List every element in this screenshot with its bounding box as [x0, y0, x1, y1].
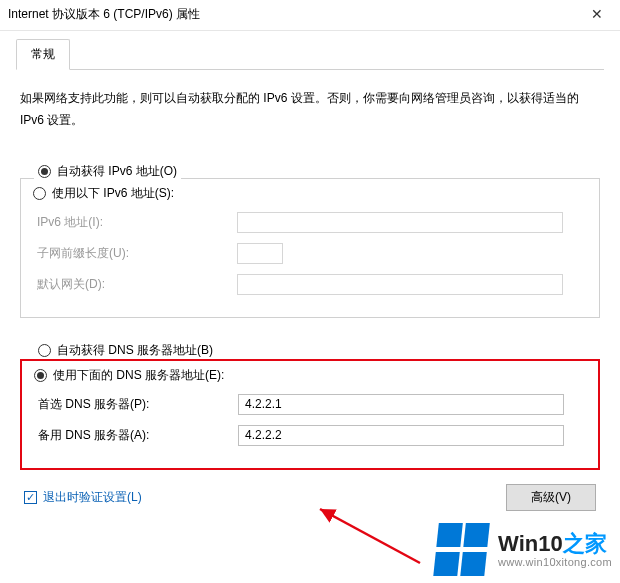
radio-icon [33, 187, 46, 200]
ip-address-row: IPv6 地址(I): [37, 212, 587, 233]
windows-logo-icon [433, 523, 493, 577]
watermark-brand-a: Win10 [498, 531, 563, 556]
dns-group: 使用下面的 DNS 服务器地址(E): 首选 DNS 服务器(P): 4.2.2… [20, 359, 600, 470]
radio-ip-auto-label: 自动获得 IPv6 地址(O) [57, 163, 177, 180]
checkbox-icon [24, 491, 37, 504]
radio-icon [38, 344, 51, 357]
tab-general[interactable]: 常规 [16, 39, 70, 70]
close-button[interactable]: ✕ [582, 4, 612, 24]
dns-alternate-label: 备用 DNS 服务器(A): [38, 427, 238, 444]
window-title: Internet 协议版本 6 (TCP/IPv6) 属性 [8, 6, 200, 23]
description-text: 如果网络支持此功能，则可以自动获取分配的 IPv6 设置。否则，你需要向网络管理… [20, 88, 600, 131]
dns-alternate-row: 备用 DNS 服务器(A): 4.2.2.2 [38, 425, 586, 446]
watermark-brand-b: 之家 [563, 531, 607, 556]
radio-ip-manual-label: 使用以下 IPv6 地址(S): [52, 185, 174, 202]
svg-line-0 [320, 509, 420, 563]
radio-dns-manual[interactable]: 使用下面的 DNS 服务器地址(E): [34, 367, 586, 384]
dns-alternate-input[interactable]: 4.2.2.2 [238, 425, 564, 446]
tab-strip: 常规 [16, 39, 604, 70]
watermark-text: Win10之家 www.win10xitong.com [498, 532, 612, 568]
ip-address-input [237, 212, 563, 233]
ip-prefix-input [237, 243, 283, 264]
radio-dns-auto-label: 自动获得 DNS 服务器地址(B) [57, 342, 213, 359]
advanced-button[interactable]: 高级(V) [506, 484, 596, 511]
ip-gateway-input [237, 274, 563, 295]
watermark-url: www.win10xitong.com [498, 556, 612, 568]
radio-dns-auto[interactable]: 自动获得 DNS 服务器地址(B) [34, 342, 217, 359]
radio-icon [38, 165, 51, 178]
titlebar: Internet 协议版本 6 (TCP/IPv6) 属性 ✕ [0, 0, 620, 31]
ip-group: 使用以下 IPv6 地址(S): IPv6 地址(I): 子网前缀长度(U): … [20, 178, 600, 318]
radio-icon [34, 369, 47, 382]
ip-prefix-row: 子网前缀长度(U): [37, 243, 587, 264]
validate-label: 退出时验证设置(L) [43, 489, 142, 506]
annotation-arrow [300, 505, 450, 565]
dns-preferred-input[interactable]: 4.2.2.1 [238, 394, 564, 415]
dns-preferred-row: 首选 DNS 服务器(P): 4.2.2.1 [38, 394, 586, 415]
content: 常规 如果网络支持此功能，则可以自动获取分配的 IPv6 设置。否则，你需要向网… [0, 31, 620, 511]
ip-address-label: IPv6 地址(I): [37, 214, 237, 231]
radio-dns-manual-label: 使用下面的 DNS 服务器地址(E): [53, 367, 224, 384]
close-icon: ✕ [591, 6, 603, 22]
radio-ip-auto[interactable]: 自动获得 IPv6 地址(O) [34, 163, 181, 180]
ip-prefix-label: 子网前缀长度(U): [37, 245, 237, 262]
footer: 退出时验证设置(L) 高级(V) [24, 484, 596, 511]
watermark: Win10之家 www.win10xitong.com [436, 523, 612, 577]
ip-gateway-label: 默认网关(D): [37, 276, 237, 293]
radio-ip-manual[interactable]: 使用以下 IPv6 地址(S): [33, 185, 587, 202]
ip-gateway-row: 默认网关(D): [37, 274, 587, 295]
dns-preferred-label: 首选 DNS 服务器(P): [38, 396, 238, 413]
validate-checkbox[interactable]: 退出时验证设置(L) [24, 489, 142, 506]
